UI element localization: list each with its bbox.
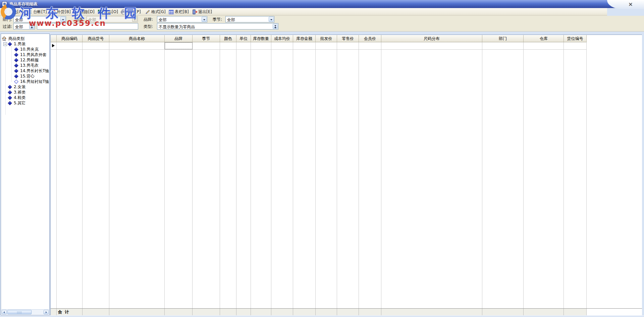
grid-body[interactable] xyxy=(51,42,642,308)
exit-door-icon xyxy=(192,9,197,15)
column-header[interactable]: 仓库 xyxy=(524,35,564,42)
department-label: 部门: xyxy=(3,17,12,22)
category-diamond-icon xyxy=(8,85,12,89)
filter-row-1: 部门: 全部 仓库: 全部 品牌: 全部 季节: 全部 xyxy=(0,16,644,23)
column-header[interactable]: 商品编码 xyxy=(57,35,83,42)
category-diamond-icon xyxy=(14,74,18,78)
column-header[interactable]: 品牌 xyxy=(165,35,193,42)
column-header[interactable]: 库存数量 xyxy=(251,35,271,42)
column-header[interactable]: 商品名称 xyxy=(109,35,165,42)
column-header[interactable]: 尺码分布 xyxy=(381,35,482,42)
category-diamond-icon xyxy=(14,53,18,57)
tree-item[interactable]: 5.其它 xyxy=(1,100,49,106)
home-icon xyxy=(2,37,6,41)
chevron-down-icon[interactable] xyxy=(269,17,274,22)
bottom-edge xyxy=(0,315,644,317)
focused-cell[interactable] xyxy=(165,42,193,49)
department-select[interactable]: 全部 xyxy=(13,16,66,22)
print-button[interactable]: 打印[P] xyxy=(119,8,142,15)
scroll-left-icon[interactable] xyxy=(2,310,7,314)
scrollbar-thumb[interactable] xyxy=(7,310,32,314)
tree-item[interactable]: 3.裤类 xyxy=(1,90,49,95)
tree-item-selected[interactable]: 16.男短衬短T恤 xyxy=(1,79,49,84)
exit-button[interactable]: 退出[E] xyxy=(191,8,213,15)
summary-button[interactable]: Σ 汇总[H] xyxy=(1,8,24,15)
ledger-icon xyxy=(27,9,32,15)
column-header[interactable]: 零售价 xyxy=(337,35,359,42)
column-header[interactable]: 商品货号 xyxy=(83,35,109,42)
ledger-button[interactable]: 台帐[T] xyxy=(25,8,48,15)
titlebar-swoosh xyxy=(607,0,644,9)
category-diamond-icon xyxy=(8,90,12,95)
export-button[interactable]: X 导出[O] xyxy=(96,8,119,15)
tree-item[interactable]: 11.男风衣外套 xyxy=(1,52,49,57)
first-row-divider xyxy=(51,49,587,50)
app-window: 商品库存明细表 × Σ 汇总[H] 台帐[T] 补货[B] ✕ 删除[D] X xyxy=(0,0,644,317)
category-tree-panel: 商品类别 1.男装 10.男夹克 11.男风衣外套 12.男棉服 13.男毛衣 … xyxy=(1,34,50,315)
column-header[interactable]: 颜色 xyxy=(220,35,236,42)
sigma-icon: Σ xyxy=(3,9,8,15)
tree-item[interactable]: 10.男夹克 xyxy=(1,47,49,52)
type-label: 类型: xyxy=(144,24,153,30)
tree-item-menswear[interactable]: 1.男装 xyxy=(1,41,49,47)
column-header[interactable]: 季节 xyxy=(193,35,220,42)
pencil-icon xyxy=(145,9,150,15)
season-select[interactable]: 全部 xyxy=(225,16,274,22)
delete-x-icon: ✕ xyxy=(74,9,79,15)
type-select[interactable]: 不显示数量为零商品 xyxy=(157,23,278,30)
tree-item[interactable]: 15.背心 xyxy=(1,73,49,79)
chevron-down-icon[interactable] xyxy=(202,17,207,22)
column-header[interactable]: 批发价 xyxy=(316,35,337,42)
tree-item[interactable]: 13.男毛衣 xyxy=(1,63,49,68)
chevron-down-icon xyxy=(132,17,137,22)
quick-filter-input[interactable] xyxy=(37,23,138,30)
category-diamond-icon xyxy=(8,42,12,46)
close-button[interactable]: × xyxy=(627,1,634,7)
grid-total-row: 合 计 xyxy=(51,308,642,316)
excel-icon: X xyxy=(97,9,103,15)
restock-button[interactable]: 补货[B] xyxy=(49,8,72,15)
column-header[interactable]: 货位编号 xyxy=(564,35,587,42)
right-edge xyxy=(642,32,644,317)
grid-header-row: 商品编码 商品货号 商品名称 品牌 季节 颜色 单位 库存数量 成本均价 库存金… xyxy=(51,35,642,42)
columns-button[interactable]: 表栏[B] xyxy=(167,8,190,15)
category-diamond-icon xyxy=(14,63,18,68)
brand-label: 品牌: xyxy=(144,17,153,22)
delete-button[interactable]: ✕ 删除[D] xyxy=(72,8,96,15)
column-header[interactable]: 单位 xyxy=(236,35,251,42)
collapse-icon[interactable] xyxy=(3,42,7,46)
tree-item[interactable]: 4.鞋类 xyxy=(1,95,49,100)
column-header[interactable]: 库存金额 xyxy=(293,35,316,42)
quick-filter-select[interactable]: 全部 xyxy=(13,23,35,30)
toolbar: Σ 汇总[H] 台帐[T] 补货[B] ✕ 删除[D] X 导出[O] xyxy=(0,8,607,16)
column-header[interactable]: 成本均价 xyxy=(271,35,293,42)
category-diamond-icon xyxy=(8,101,12,105)
quick-filter-label: 过滤: xyxy=(3,24,12,30)
category-diamond-icon xyxy=(8,96,12,100)
total-label: 合 计 xyxy=(57,309,83,316)
brand-select[interactable]: 全部 xyxy=(157,16,207,22)
window-title: 商品库存明细表 xyxy=(9,1,38,7)
app-icon xyxy=(2,1,7,6)
scroll-right-icon[interactable] xyxy=(44,310,49,314)
restock-icon xyxy=(50,9,56,15)
tree-root[interactable]: 商品类别 xyxy=(1,36,49,41)
format-button[interactable]: 格式[G] xyxy=(144,8,167,15)
column-header[interactable]: 会员价 xyxy=(359,35,381,42)
category-diamond-open-icon xyxy=(14,80,18,84)
category-diamond-icon xyxy=(14,47,18,52)
warehouse-label: 仓库: xyxy=(75,17,85,22)
spinner-icon[interactable] xyxy=(273,24,278,29)
svg-text:X: X xyxy=(99,10,101,14)
tree-horizontal-scrollbar[interactable] xyxy=(1,309,49,315)
warehouse-select: 全部 xyxy=(87,16,138,22)
spinner-icon[interactable] xyxy=(29,24,34,29)
tree-item[interactable]: 12.男棉服 xyxy=(1,57,49,63)
tree-item[interactable]: 14.男长衬长T恤 xyxy=(1,68,49,73)
row-marker-header xyxy=(51,35,57,42)
chevron-down-icon[interactable] xyxy=(60,17,65,22)
column-header[interactable]: 部门 xyxy=(482,35,524,42)
season-label: 季节: xyxy=(213,17,222,22)
tree-item[interactable]: 2.女装 xyxy=(1,84,49,90)
printer-icon xyxy=(121,9,126,15)
